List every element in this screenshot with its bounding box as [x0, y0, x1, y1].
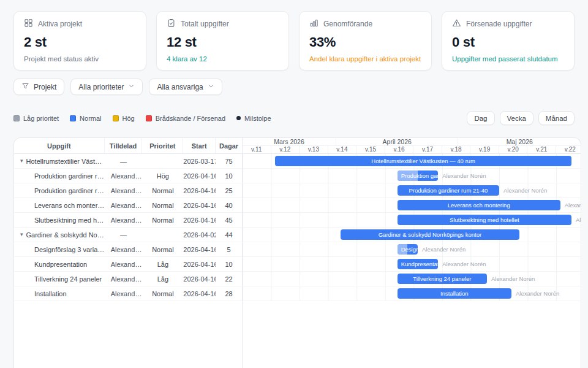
column-header: Uppgift	[14, 138, 105, 153]
gantt-bar[interactable]: Leverans och montering	[398, 200, 560, 210]
task-row[interactable]: Leverans och monteringAlexander NorénNor…	[14, 198, 242, 213]
task-start-cell: 2026-04-16	[183, 290, 216, 297]
task-name-cell: Produktion gardiner rum 1-20	[14, 172, 105, 180]
task-row[interactable]: Tillverkning 24 panelerAlexander NorénLå…	[14, 272, 242, 286]
legend-label: Milstolpe	[244, 115, 271, 122]
gantt-bar[interactable]: Designförslag 3 varianter	[398, 244, 418, 255]
gantt-bar-assignee-label: Alexander Norén	[565, 198, 581, 213]
gantt-bar[interactable]: Tillverkning 24 paneler	[398, 274, 487, 284]
stat-card-subtitle: 4 klara av 12	[167, 55, 279, 63]
gantt-bar-label: Hotellrumstextilier Västkusten — 40 rum	[275, 156, 571, 166]
stat-card-title: Genomförande	[323, 20, 372, 28]
gantt-bar[interactable]: Hotellrumstextilier Västkusten — 40 rum	[275, 156, 571, 166]
assignee-filter-dropdown[interactable]: Alla ansvariga	[149, 79, 222, 95]
chevron-down-icon	[128, 83, 135, 91]
gantt-bar[interactable]: Slutbesiktning med hotellet	[398, 215, 571, 225]
funnel-icon	[21, 82, 29, 92]
task-start-cell: 2026-04-02	[183, 231, 216, 239]
legend-swatch-icon	[113, 115, 119, 121]
gantt-bar[interactable]: Produktion gardiner rum 1-20	[398, 171, 439, 181]
month-header-cell: Maj 2026	[458, 138, 581, 145]
task-days-cell: 75	[216, 158, 242, 165]
expand-caret-icon[interactable]: ▾	[20, 232, 23, 237]
task-name: Installation	[34, 290, 67, 297]
task-row[interactable]: Produktion gardiner rum 1-20Alexander No…	[14, 169, 242, 183]
gantt-bar-progress	[398, 244, 408, 255]
task-name-cell: Installation	[14, 290, 105, 297]
task-priority-cell: Normal	[143, 246, 184, 253]
task-start-cell: 2026-03-17	[183, 158, 216, 165]
task-priority-cell: Låg	[143, 261, 184, 268]
task-table-header: UppgiftTilldeladPrioritetStartDagar	[14, 138, 242, 154]
task-row[interactable]: ▾Gardiner & solskydd Norrköpings kontor—…	[14, 228, 242, 242]
task-name: Hotellrumstextilier Västkusten — 40 rum	[26, 158, 105, 165]
priority-filter-dropdown[interactable]: Alla prioriteter	[70, 79, 143, 95]
task-name-cell: Leverans och montering	[14, 202, 105, 209]
week-header-cell: v.14	[328, 146, 357, 153]
stat-card-header: Aktiva projekt	[24, 19, 136, 29]
gantt-row: Leverans och monteringAlexander Norén	[243, 198, 581, 213]
week-header-cell: v.21	[527, 146, 556, 153]
gantt-row: Produktion gardiner rum 21-40Alexander N…	[243, 183, 581, 198]
week-header-cell: v.22	[556, 146, 581, 153]
stat-card-subtitle: Uppgifter med passerat slutdatum	[452, 55, 564, 63]
legend-item: Normal	[70, 115, 101, 122]
task-row[interactable]: Designförslag 3 varianterAlexander Norén…	[14, 242, 242, 257]
gantt-bar[interactable]: Kundpresentation	[398, 259, 439, 269]
view-button-månad[interactable]: Månad	[538, 111, 575, 125]
task-days-cell: 44	[216, 231, 242, 239]
gantt-bar-label: Installation	[398, 288, 511, 299]
gantt-row: Slutbesiktning med hotelletAlexander Nor…	[243, 213, 581, 228]
expand-caret-icon[interactable]: ▾	[20, 158, 23, 164]
view-button-vecka[interactable]: Vecka	[500, 111, 533, 125]
gantt-row: InstallationAlexander Norén	[243, 286, 581, 301]
task-start-cell: 2026-04-16	[183, 187, 216, 194]
column-header: Prioritet	[142, 138, 183, 153]
task-table: UppgiftTilldeladPrioritetStartDagar ▾Hot…	[14, 138, 243, 368]
task-name: Leverans och montering	[34, 202, 105, 209]
task-row[interactable]: Produktion gardiner rum 21-40Alexander N…	[14, 183, 242, 198]
week-header-cell: v.20	[499, 146, 528, 153]
project-filter-button[interactable]: Projekt	[13, 79, 64, 95]
gantt-bar[interactable]: Produktion gardiner rum 21-40	[398, 185, 499, 196]
task-days-cell: 5	[216, 246, 242, 253]
stat-card-value: 12 st	[167, 34, 279, 50]
gantt-bar-assignee-label: Alexander Norén	[516, 286, 559, 301]
legend-item: Låg prioritet	[13, 115, 59, 122]
week-header-cell: v.16	[385, 146, 414, 153]
legend-label: Hög	[123, 115, 135, 122]
task-start-cell: 2026-04-16	[183, 202, 216, 209]
clipboard-icon	[167, 18, 176, 29]
task-assignee-cell: Alexander Norén	[105, 202, 143, 209]
stat-card-header: Genomförande	[309, 19, 421, 29]
gantt-bar-label: Tillverkning 24 paneler	[398, 274, 487, 284]
gantt-bar[interactable]: Gardiner & solskydd Norrköpings kontor	[341, 229, 520, 240]
column-header: Dagar	[216, 138, 242, 153]
gantt-bar-progress	[398, 171, 418, 181]
task-assignee-cell: Alexander Norén	[105, 246, 143, 253]
stat-card-title: Aktiva projekt	[38, 20, 82, 28]
gantt-row: Produktion gardiner rum 1-20Alexander No…	[243, 169, 581, 183]
task-days-cell: 25	[216, 187, 242, 194]
task-row[interactable]: InstallationAlexander NorénNormal2026-04…	[14, 286, 242, 301]
gantt-bar-assignee-label: Alexander Norén	[422, 242, 466, 257]
priority-filter-label: Alla prioriteter	[78, 83, 124, 91]
stat-card: Försenade uppgifter0 stUppgifter med pas…	[442, 11, 575, 71]
stat-card-title: Totalt uppgifter	[181, 20, 229, 28]
view-button-dag[interactable]: Dag	[467, 111, 494, 125]
month-header-cell: Mars 2026	[243, 138, 336, 145]
task-name-cell: Tillverkning 24 paneler	[14, 275, 105, 283]
task-assignee-cell: Alexander Norén	[105, 187, 143, 194]
task-name-cell: Slutbesiktning med hotellet	[14, 217, 105, 224]
gantt-bar[interactable]: Installation	[398, 288, 511, 299]
task-row[interactable]: ▾Hotellrumstextilier Västkusten — 40 rum…	[14, 154, 242, 169]
week-header-cell: v.18	[442, 146, 471, 153]
task-days-cell: 10	[216, 172, 242, 180]
task-start-cell: 2026-04-16	[183, 246, 216, 253]
gantt-bar-label: Slutbesiktning med hotellet	[398, 215, 571, 225]
task-row[interactable]: KundpresentationAlexander NorénLåg2026-0…	[14, 257, 242, 272]
legend-item: Hög	[113, 115, 135, 122]
task-priority-cell: Normal	[143, 217, 184, 224]
task-row[interactable]: Slutbesiktning med hotelletAlexander Nor…	[14, 213, 242, 228]
task-name-cell: Kundpresentation	[14, 261, 105, 268]
